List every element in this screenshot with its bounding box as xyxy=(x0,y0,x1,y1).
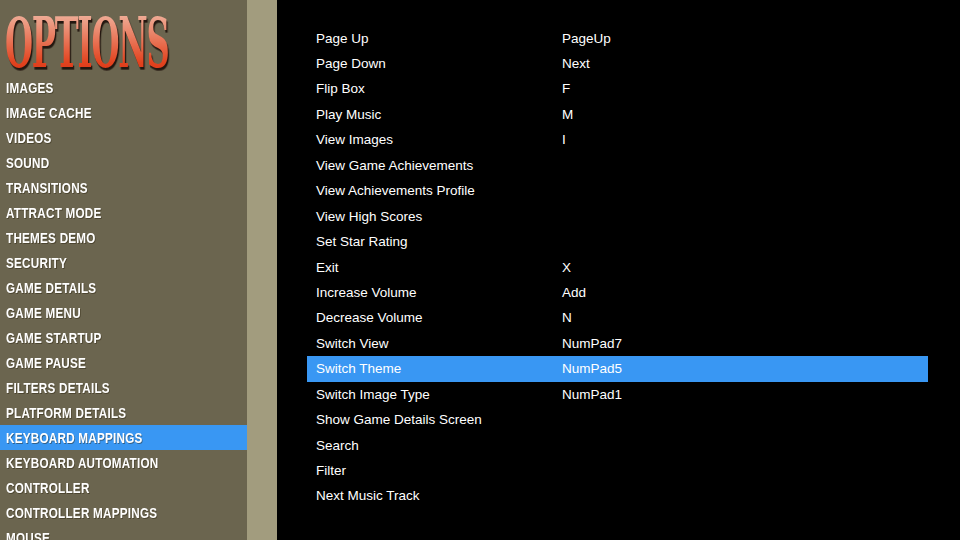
sidebar-item-security[interactable]: SECURITY xyxy=(0,250,247,275)
mapping-action-label: Increase Volume xyxy=(316,280,417,305)
options-sidebar: OPTIONS IMAGESIMAGE CACHEVIDEOSSOUNDTRAN… xyxy=(0,0,247,540)
sidebar-edge-strip xyxy=(247,0,277,540)
mapping-row-switch-theme[interactable]: Switch ThemeNumPad5 xyxy=(307,356,928,381)
mapping-key-value: M xyxy=(562,102,573,127)
mapping-key-value: Next xyxy=(562,51,590,76)
sidebar-item-label: IMAGE CACHE xyxy=(6,100,92,125)
mapping-row-exit[interactable]: ExitX xyxy=(307,255,928,280)
sidebar-item-label: KEYBOARD MAPPINGS xyxy=(6,425,143,450)
sidebar-item-keyboard-mappings[interactable]: KEYBOARD MAPPINGS xyxy=(0,425,247,450)
mapping-row-switch-view[interactable]: Switch ViewNumPad7 xyxy=(307,331,928,356)
mapping-action-label: Flip Box xyxy=(316,76,365,101)
sidebar-item-label: SECURITY xyxy=(6,250,67,275)
sidebar-item-label: MOUSE xyxy=(6,525,50,540)
mapping-action-label: Page Up xyxy=(316,26,369,51)
mapping-action-label: Switch Image Type xyxy=(316,382,430,407)
mapping-action-label: Set Star Rating xyxy=(316,229,408,254)
sidebar-item-game-menu[interactable]: GAME MENU xyxy=(0,300,247,325)
mapping-row-view-high-scores[interactable]: View High Scores xyxy=(307,204,928,229)
mapping-row-search[interactable]: Search xyxy=(307,433,928,458)
mapping-action-label: Page Down xyxy=(316,51,386,76)
sidebar-item-videos[interactable]: VIDEOS xyxy=(0,125,247,150)
sidebar-item-game-details[interactable]: GAME DETAILS xyxy=(0,275,247,300)
sidebar-item-controller[interactable]: CONTROLLER xyxy=(0,475,247,500)
sidebar-item-label: GAME PAUSE xyxy=(6,350,86,375)
sidebar-item-sound[interactable]: SOUND xyxy=(0,150,247,175)
mapping-action-label: Next Music Track xyxy=(316,483,420,508)
mapping-key-value: N xyxy=(562,305,572,330)
mapping-action-label: Filter xyxy=(316,458,346,483)
mapping-key-value: PageUp xyxy=(562,26,611,51)
mapping-key-value: Add xyxy=(562,280,586,305)
sidebar-item-themes-demo[interactable]: THEMES DEMO xyxy=(0,225,247,250)
sidebar-item-label: CONTROLLER xyxy=(6,475,90,500)
mapping-action-label: Switch Theme xyxy=(316,356,401,381)
sidebar-item-label: TRANSITIONS xyxy=(6,175,88,200)
sidebar-item-label: GAME MENU xyxy=(6,300,81,325)
sidebar-item-label: KEYBOARD AUTOMATION xyxy=(6,450,158,475)
mapping-row-page-down[interactable]: Page DownNext xyxy=(307,51,928,76)
mapping-row-show-game-details-screen[interactable]: Show Game Details Screen xyxy=(307,407,928,432)
keyboard-mappings-panel: Page UpPageUpPage DownNextFlip BoxFPlay … xyxy=(277,0,960,540)
mapping-action-label: Search xyxy=(316,433,359,458)
mapping-key-value: NumPad1 xyxy=(562,382,622,407)
sidebar-item-game-startup[interactable]: GAME STARTUP xyxy=(0,325,247,350)
mapping-row-switch-image-type[interactable]: Switch Image TypeNumPad1 xyxy=(307,382,928,407)
mapping-row-play-music[interactable]: Play MusicM xyxy=(307,102,928,127)
sidebar-item-label: IMAGES xyxy=(6,75,54,100)
mapping-key-value: NumPad7 xyxy=(562,331,622,356)
mapping-key-value: F xyxy=(562,76,570,101)
mapping-action-label: View Game Achievements xyxy=(316,153,473,178)
mapping-row-increase-volume[interactable]: Increase VolumeAdd xyxy=(307,280,928,305)
sidebar-item-filters-details[interactable]: FILTERS DETAILS xyxy=(0,375,247,400)
sidebar-item-images[interactable]: IMAGES xyxy=(0,75,247,100)
mapping-action-label: View High Scores xyxy=(316,204,422,229)
mapping-row-view-game-achievements[interactable]: View Game Achievements xyxy=(307,153,928,178)
mapping-row-set-star-rating[interactable]: Set Star Rating xyxy=(307,229,928,254)
mapping-action-label: View Images xyxy=(316,127,393,152)
sidebar-item-platform-details[interactable]: PLATFORM DETAILS xyxy=(0,400,247,425)
options-logo: OPTIONS xyxy=(5,2,169,83)
mapping-action-label: Decrease Volume xyxy=(316,305,423,330)
sidebar-item-game-pause[interactable]: GAME PAUSE xyxy=(0,350,247,375)
sidebar-item-label: FILTERS DETAILS xyxy=(6,375,110,400)
mapping-row-view-images[interactable]: View ImagesI xyxy=(307,127,928,152)
sidebar-item-attract-mode[interactable]: ATTRACT MODE xyxy=(0,200,247,225)
mapping-key-value: I xyxy=(562,127,566,152)
mapping-action-label: Show Game Details Screen xyxy=(316,407,482,432)
sidebar-item-label: CONTROLLER MAPPINGS xyxy=(6,500,157,525)
mapping-row-next-music-track[interactable]: Next Music Track xyxy=(307,483,928,508)
mapping-row-view-achievements-profile[interactable]: View Achievements Profile xyxy=(307,178,928,203)
sidebar-item-image-cache[interactable]: IMAGE CACHE xyxy=(0,100,247,125)
sidebar-item-label: GAME DETAILS xyxy=(6,275,96,300)
mapping-action-label: View Achievements Profile xyxy=(316,178,475,203)
mapping-action-label: Exit xyxy=(316,255,339,280)
mapping-row-flip-box[interactable]: Flip BoxF xyxy=(307,76,928,101)
sidebar-item-label: ATTRACT MODE xyxy=(6,200,102,225)
keyboard-mappings-list: Page UpPageUpPage DownNextFlip BoxFPlay … xyxy=(307,26,928,509)
mapping-key-value: X xyxy=(562,255,571,280)
sidebar-item-label: SOUND xyxy=(6,150,49,175)
mapping-row-page-up[interactable]: Page UpPageUp xyxy=(307,26,928,51)
sidebar-item-mouse[interactable]: MOUSE xyxy=(0,525,247,540)
sidebar-item-label: THEMES DEMO xyxy=(6,225,96,250)
mapping-key-value: NumPad5 xyxy=(562,356,622,381)
mapping-action-label: Switch View xyxy=(316,331,389,356)
mapping-action-label: Play Music xyxy=(316,102,381,127)
sidebar-item-label: PLATFORM DETAILS xyxy=(6,400,126,425)
sidebar-item-label: GAME STARTUP xyxy=(6,325,102,350)
mapping-row-decrease-volume[interactable]: Decrease VolumeN xyxy=(307,305,928,330)
sidebar-item-keyboard-automation[interactable]: KEYBOARD AUTOMATION xyxy=(0,450,247,475)
sidebar-item-transitions[interactable]: TRANSITIONS xyxy=(0,175,247,200)
sidebar-item-label: VIDEOS xyxy=(6,125,52,150)
mapping-row-filter[interactable]: Filter xyxy=(307,458,928,483)
sidebar-item-controller-mappings[interactable]: CONTROLLER MAPPINGS xyxy=(0,500,247,525)
sidebar-menu: IMAGESIMAGE CACHEVIDEOSSOUNDTRANSITIONSA… xyxy=(0,75,247,540)
